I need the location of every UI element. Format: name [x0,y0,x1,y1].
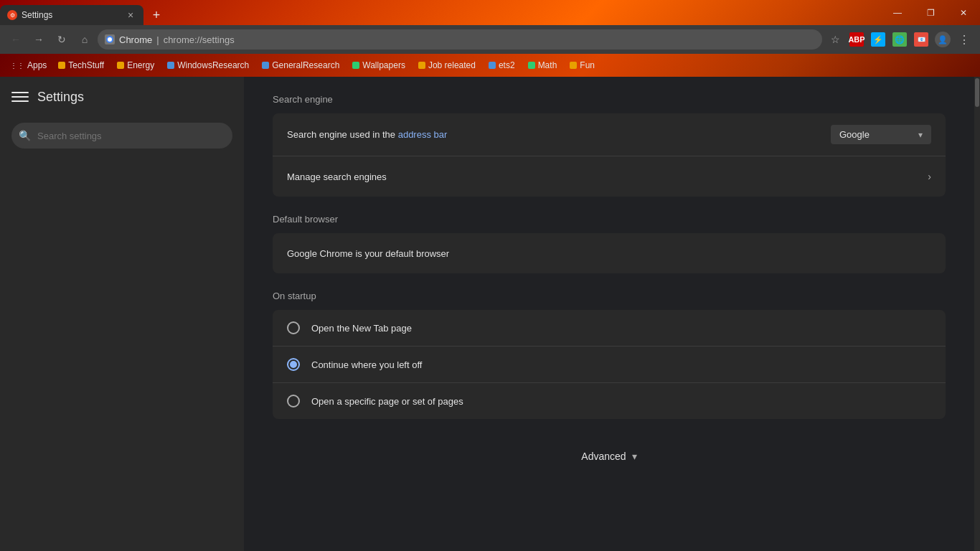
bookmark-icon [489,62,496,69]
scrollbar-track[interactable] [974,77,980,551]
profile-icon: 👤 [935,32,951,47]
home-button[interactable]: ⌂ [75,29,95,50]
apps-button[interactable]: ⋮⋮ Apps [6,59,51,72]
extension-3[interactable]: 📧 [911,29,931,50]
scrollbar-thumb[interactable] [975,78,979,107]
bookmark-generalresearch[interactable]: GeneralResearch [256,59,345,72]
extension-2[interactable]: 🌐 [890,29,910,50]
bookmark-math[interactable]: Math [522,59,563,72]
address-origin: Chrome [119,34,152,45]
search-engine-label-prefix: Search engine used in the [287,129,398,140]
bookmark-energy[interactable]: Energy [111,59,160,72]
extension-1[interactable]: ⚡ [868,29,888,50]
svg-point-1 [108,37,112,42]
bookmark-techstuff[interactable]: TechStuff [52,59,110,72]
bookmark-label: Wallpapers [362,60,405,70]
close-button[interactable]: ✕ [947,0,980,25]
bookmark-fun[interactable]: Fun [564,59,600,72]
bookmark-icon [117,62,124,69]
startup-specific-label: Open a specific page or set of pages [311,396,463,407]
bookmark-icon [528,62,535,69]
bookmark-icon [58,62,65,69]
maximize-button[interactable]: ❐ [914,0,947,25]
title-bar: ⚙ Settings × + — ❐ ✕ [0,0,980,25]
sidebar-title: Settings [37,90,84,105]
bookmark-label: TechStuff [68,60,104,70]
tab-favicon: ⚙ [7,10,17,20]
settings-sidebar: Settings 🔍 [0,77,244,551]
ext2-icon: 🌐 [892,32,907,47]
bookmarks-bar: ⋮⋮ Apps TechStuff Energy WindowsResearch… [0,54,980,77]
search-engine-dropdown[interactable]: Google ▾ [831,125,931,144]
active-tab[interactable]: ⚙ Settings × [0,5,143,25]
search-settings-input[interactable] [11,123,232,149]
toolbar-icons: ☆ ABP ⚡ 🌐 📧 👤 ⋮ [825,29,974,50]
bookmark-wallpapers[interactable]: Wallpapers [347,59,411,72]
apps-label: Apps [27,60,47,70]
bookmark-icon [262,62,269,69]
tab-close-button[interactable]: × [125,9,136,21]
bookmark-label: Fun [580,60,595,70]
startup-new-tab-label: Open the New Tab page [311,323,412,334]
bookmark-icon [352,62,359,69]
on-startup-card: Open the New Tab page Continue where you… [273,310,946,419]
bookmark-label: GeneralResearch [272,60,339,70]
bookmark-icon [418,62,425,69]
apps-grid-icon: ⋮⋮ [10,62,24,70]
profile-button[interactable]: 👤 [933,29,953,50]
startup-continue-label: Continue where you left off [311,359,422,370]
bookmark-button[interactable]: ☆ [825,29,845,50]
bookmark-label: Energy [127,60,154,70]
radio-selected-dot [290,361,297,368]
menu-line [11,100,29,102]
ext3-icon: 📧 [914,32,928,47]
dropdown-arrow-icon: ▾ [918,130,923,140]
bookmark-label: Math [538,60,557,70]
main-content: Search engine Search engine used in the … [244,77,974,551]
bookmark-icon: ☆ [831,34,840,45]
forward-button[interactable]: → [29,29,49,50]
manage-search-engines-row[interactable]: Manage search engines › [273,156,946,197]
menu-line [11,96,29,98]
search-engine-label: Search engine used in the address bar [287,129,831,140]
default-browser-section-title: Default browser [273,214,946,225]
startup-option-continue[interactable]: Continue where you left off [273,347,946,383]
default-browser-row: Google Chrome is your default browser [273,233,946,273]
sidebar-menu-button[interactable] [11,88,29,105]
forward-icon: → [34,34,44,45]
address-bar-link[interactable]: address bar [398,129,448,140]
home-icon: ⌂ [82,34,88,45]
manage-search-engines-label: Manage search engines [287,171,928,182]
bookmark-icon [167,62,174,69]
radio-continue[interactable] [287,358,300,371]
adblock-extension[interactable]: ABP [847,29,867,50]
default-browser-card: Google Chrome is your default browser [273,233,946,273]
startup-option-specific[interactable]: Open a specific page or set of pages [273,383,946,419]
page-content: Settings 🔍 Search engine Search engine u… [0,77,980,551]
ext1-icon: ⚡ [871,32,885,47]
bookmark-ets2[interactable]: ets2 [483,59,521,72]
minimize-button[interactable]: — [881,0,914,25]
menu-line [11,92,29,93]
address-separator: | [156,34,159,45]
startup-option-new-tab[interactable]: Open the New Tab page [273,310,946,347]
search-engine-card: Search engine used in the address bar Go… [273,113,946,197]
new-tab-button[interactable]: + [146,5,166,25]
bookmark-windowsresearch[interactable]: WindowsResearch [161,59,255,72]
address-bar[interactable]: Chrome | chrome://settings [98,29,822,50]
chrome-menu-button[interactable]: ⋮ [954,29,974,50]
sidebar-header: Settings [0,77,244,117]
reload-button[interactable]: ↻ [52,29,72,50]
address-path: chrome://settings [164,34,235,45]
bookmark-label: Job releated [428,60,476,70]
tab-title: Settings [22,10,121,20]
window-controls: — ❐ ✕ [881,0,980,25]
radio-new-tab[interactable] [287,321,300,334]
advanced-section[interactable]: Advanced ▾ [273,436,946,476]
radio-specific[interactable] [287,395,300,408]
bookmark-jobreleated[interactable]: Job releated [413,59,481,72]
search-settings-icon: 🔍 [19,130,31,141]
advanced-label: Advanced [581,451,626,462]
bookmark-label: WindowsResearch [177,60,249,70]
back-button[interactable]: ← [6,29,26,50]
